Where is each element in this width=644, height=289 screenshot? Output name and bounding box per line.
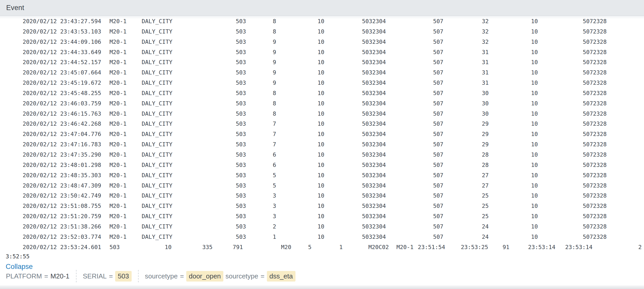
field-value-platform[interactable]: M20-1 — [50, 272, 70, 280]
event-cell: 5072328 — [583, 201, 607, 211]
event-cell: 2020/02/12 23:48:35.303 — [23, 170, 101, 181]
horizontal-scrollbar[interactable] — [0, 286, 644, 289]
event-cell: M20-1 — [109, 119, 126, 129]
event-cell: 503 — [236, 57, 246, 67]
event-cell: 5032304 — [362, 150, 386, 160]
event-cell: 2020/02/12 23:47:16.783 — [23, 139, 101, 150]
event-cell: 10 — [318, 170, 325, 181]
event-cell: DALY_CITY — [142, 27, 172, 37]
event-cell: 503 — [236, 129, 246, 139]
event-cell: 2020/02/12 23:46:03.759 — [23, 98, 101, 109]
event-cell: 507 — [433, 78, 443, 88]
event-cell: 5072328 — [583, 191, 607, 201]
event-cell: 1 — [273, 232, 276, 242]
event-cell: 10 — [531, 129, 538, 139]
event-cell: 9 — [273, 57, 276, 67]
event-cell: M20-1 — [109, 67, 126, 78]
event-cell: 2020/02/12 23:44:52.157 — [23, 57, 101, 67]
event-cell: 5072328 — [583, 37, 607, 47]
event-cell: 31 — [482, 57, 489, 67]
event-cell: M20-1 — [109, 37, 126, 47]
event-cell: 10 — [318, 37, 325, 47]
event-cell: 5072328 — [583, 88, 607, 98]
event-cell: 6 — [273, 160, 276, 170]
equals-sign: = — [180, 272, 184, 280]
event-cell: 3 — [273, 191, 276, 201]
events-table-header: Event — [0, 0, 644, 16]
event-cell: 10 — [318, 16, 325, 27]
event-cell: 2020/02/12 23:50:42.749 — [23, 191, 101, 201]
event-cell: 32 — [482, 16, 489, 27]
field-label-serial: SERIAL — [83, 272, 107, 280]
event-cell: 5032304 — [362, 78, 386, 88]
event-cell: 5032304 — [362, 160, 386, 170]
event-cell: 10 — [318, 150, 325, 160]
event-row: 2020/02/12 23:43:27.594M20-1DALY_CITY503… — [0, 16, 644, 27]
event-cell: 29 — [482, 129, 489, 139]
event-cell: 2020/02/12 23:46:15.763 — [23, 109, 101, 119]
event-cell: 24 — [482, 222, 489, 232]
event-cell: 30 — [482, 88, 489, 98]
event-cell: 2020/02/12 23:44:33.649 — [23, 47, 101, 57]
event-cell: 5032304 — [362, 211, 386, 222]
event-cell: DALY_CITY — [142, 222, 172, 232]
event-cell: 5032304 — [362, 98, 386, 109]
event-cell: 5 — [273, 181, 276, 191]
event-cell: 5032304 — [362, 191, 386, 201]
event-cell: 10 — [318, 88, 325, 98]
event-cell: 10 — [318, 78, 325, 88]
event-cell: M20-1 — [109, 109, 126, 119]
event-cell: 503 — [236, 160, 246, 170]
event-cell: 8 — [273, 109, 276, 119]
event-cell: M20-1 — [109, 232, 126, 242]
event-cell: 32 — [482, 27, 489, 37]
event-cell: 91 — [503, 242, 510, 252]
event-cell: 10 — [318, 232, 325, 242]
event-cell: DALY_CITY — [142, 88, 172, 98]
event-row: 2020/02/12 23:46:03.759M20-1DALY_CITY503… — [0, 98, 644, 109]
event-cell: 507 — [433, 160, 443, 170]
event-cell: 31 — [482, 67, 489, 78]
event-cell: 10 — [531, 191, 538, 201]
event-cell: 10 — [318, 129, 325, 139]
event-cell: 5032304 — [362, 57, 386, 67]
event-row: 2020/02/12 23:45:07.664M20-1DALY_CITY503… — [0, 67, 644, 78]
event-cell: M20-1 — [109, 16, 126, 27]
event-cell: 10 — [531, 232, 538, 242]
event-cell: 24 — [482, 232, 489, 242]
event-cell: 5072328 — [583, 222, 607, 232]
event-cell: 5072328 — [583, 16, 607, 27]
field-value-serial[interactable]: 503 — [115, 271, 131, 282]
field-value-sourcetype-dss-eta[interactable]: dss_eta — [267, 271, 295, 282]
event-cell: 5072328 — [583, 67, 607, 78]
event-cell: 503 — [236, 78, 246, 88]
event-cell: 5072328 — [583, 139, 607, 150]
event-cell: 23:53:25 — [461, 242, 488, 252]
event-cell: 10 — [318, 27, 325, 37]
event-cell: 10 — [531, 57, 538, 67]
event-row: 2020/02/12 23:47:35.290M20-1DALY_CITY503… — [0, 150, 644, 160]
event-cell: 5072328 — [583, 57, 607, 67]
event-cell: 503 — [236, 47, 246, 57]
event-row: 2020/02/12 23:44:09.106M20-1DALY_CITY503… — [0, 37, 644, 47]
event-cell: DALY_CITY — [142, 119, 172, 129]
event-cell: DALY_CITY — [142, 57, 172, 67]
event-cell: 5032304 — [362, 16, 386, 27]
event-cell: 507 — [433, 181, 443, 191]
collapse-link[interactable]: Collapse — [6, 263, 33, 270]
event-cell: 10 — [531, 222, 538, 232]
event-cell: 2020/02/12 23:45:48.255 — [23, 88, 101, 98]
event-cell: 5032304 — [362, 181, 386, 191]
event-cell: 10 — [531, 181, 538, 191]
event-cell: M20-1 — [109, 222, 126, 232]
event-cell: 25 — [482, 211, 489, 222]
event-row: 2020/02/12 23:50:42.749M20-1DALY_CITY503… — [0, 191, 644, 201]
event-cell: 503 — [236, 67, 246, 78]
event-cell: 503 — [236, 139, 246, 150]
event-row: 2020/02/12 23:45:48.255M20-1DALY_CITY503… — [0, 88, 644, 98]
field-value-sourcetype-door-open[interactable]: door_open — [186, 271, 223, 282]
event-row: 2020/02/12 23:46:15.763M20-1DALY_CITY503… — [0, 109, 644, 119]
event-cell: M20C02 — [368, 242, 389, 252]
event-cell: 335 — [202, 242, 213, 252]
event-cell: 503 — [236, 211, 246, 222]
